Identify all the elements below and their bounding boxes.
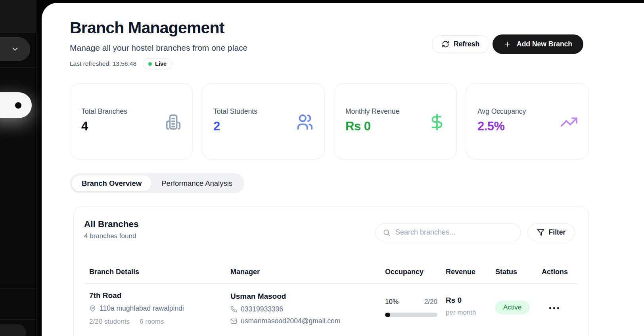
column-header-status: Status [495, 268, 517, 276]
live-label: Live [155, 61, 167, 67]
branch-address-text: 110a mughlabad rawalpindi [100, 304, 184, 313]
stat-value: 2.5% [477, 119, 505, 134]
row-actions-button[interactable] [547, 305, 562, 311]
branches-count: 4 branches found [84, 232, 136, 240]
column-header-revenue: Revenue [446, 268, 475, 276]
sidebar-active-item[interactable] [0, 92, 32, 118]
occupancy-progress-bar [385, 313, 437, 317]
mail-icon [230, 318, 237, 325]
active-item-dot-icon [15, 102, 21, 109]
view-tabs: Branch Overview Performance Analysis [70, 173, 244, 193]
branch-rooms: 6 rooms [140, 318, 164, 326]
add-new-branch-button[interactable]: Add New Branch [493, 34, 583, 54]
column-header-branch-details: Branch Details [89, 268, 139, 276]
stat-card-total-students: Total Students 2 [202, 83, 325, 159]
search-branches-box [375, 223, 521, 241]
stat-card-total-branches: Total Branches 4 [70, 83, 193, 159]
page-title: Branch Management [70, 19, 224, 37]
trending-up-icon [560, 113, 578, 131]
stat-value: 2 [213, 119, 220, 134]
stat-label: Avg Occupancy [477, 107, 526, 116]
branch-name: 7th Road [89, 291, 121, 300]
search-branches-input[interactable] [395, 228, 514, 237]
stat-label: Total Branches [81, 107, 127, 116]
building-icon [164, 113, 182, 131]
manager-email: usmanmasood2004@gmail.com [230, 317, 340, 325]
stat-value: Rs 0 [345, 119, 370, 134]
sidebar [0, 0, 36, 336]
stat-label: Monthly Revenue [345, 107, 399, 116]
stat-value: 4 [81, 119, 88, 134]
refresh-label: Refresh [454, 40, 479, 48]
stat-label: Total Students [213, 107, 257, 116]
phone-icon [230, 306, 237, 313]
main-content: Branch Management Manage all your hostel… [42, 3, 644, 336]
manager-phone: 03319933396 [230, 305, 283, 313]
sidebar-divider [0, 67, 36, 68]
occupancy-ratio: 2/20 [424, 298, 437, 306]
map-pin-icon [89, 305, 96, 312]
panel-title: All Branches [84, 219, 139, 229]
branch-subinfo: 2/20 students 6 rooms [89, 318, 164, 326]
refresh-icon [442, 40, 449, 48]
tab-performance-analysis[interactable]: Performance Analysis [151, 176, 242, 191]
add-new-branch-label: Add New Branch [517, 40, 572, 48]
branch-address: 110a mughlabad rawalpindi [89, 304, 184, 313]
status-badge: Active [495, 301, 529, 314]
filter-label: Filter [549, 228, 566, 237]
column-header-manager: Manager [230, 268, 260, 276]
live-status-badge: Live [143, 58, 172, 69]
manager-email-text: usmanmasood2004@gmail.com [241, 317, 340, 325]
sidebar-divider [0, 288, 36, 288]
sidebar-divider [0, 319, 36, 320]
sidebar-collapse-button[interactable] [0, 37, 30, 61]
revenue-period: per month [446, 309, 476, 317]
occupancy-progress-fill [385, 313, 390, 317]
live-dot-icon [148, 62, 152, 66]
manager-phone-text: 03319933396 [241, 305, 283, 313]
occupancy-numbers: 10% 2/20 [385, 298, 437, 306]
refresh-button[interactable]: Refresh [432, 35, 489, 53]
ellipsis-icon [549, 307, 551, 309]
chevron-down-icon [11, 45, 19, 53]
refresh-meta: Last refreshed: 13:56:48 Live [70, 58, 172, 69]
occupancy-percent: 10% [385, 298, 399, 306]
page-subtitle: Manage all your hostel branches from one… [70, 43, 247, 53]
dollar-icon [428, 113, 446, 131]
column-header-occupancy: Occupancy [385, 268, 424, 276]
manager-name: Usman Masood [230, 292, 286, 301]
stats-row: Total Branches 4 Total Students 2 [70, 83, 589, 159]
plus-icon [504, 40, 511, 48]
filter-button[interactable]: Filter [527, 223, 575, 241]
tab-branch-overview[interactable]: Branch Overview [72, 176, 151, 191]
branches-panel: All Branches 4 branches found Filter Bra… [73, 206, 589, 336]
revenue-amount: Rs 0 [446, 296, 462, 305]
stat-card-monthly-revenue: Monthly Revenue Rs 0 [334, 83, 457, 159]
users-icon [296, 113, 314, 131]
filter-icon [537, 229, 544, 236]
last-refreshed-text: Last refreshed: 13:56:48 [70, 60, 136, 67]
sidebar-bottom-item[interactable] [0, 324, 26, 336]
sidebar-header-strip [0, 0, 36, 32]
branch-students: 2/20 students [89, 318, 130, 326]
search-icon [383, 229, 391, 237]
table-header-divider [84, 283, 578, 284]
stat-card-avg-occupancy: Avg Occupancy 2.5% [466, 83, 589, 159]
column-header-actions: Actions [542, 268, 568, 276]
